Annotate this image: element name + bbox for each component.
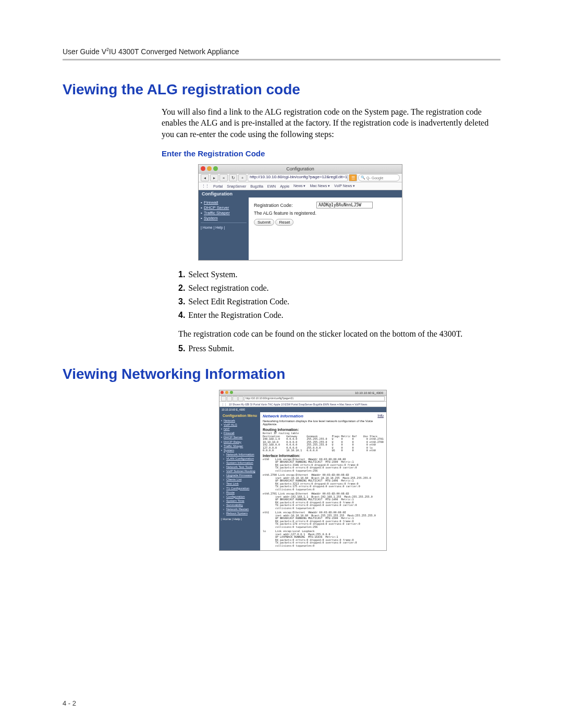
sidebar-subitem[interactable]: VoIP Subnet Routing	[221, 469, 259, 473]
sidebar-nav: Firewall DHCP Server Traffic Shaper Syst…	[199, 198, 249, 260]
back-button[interactable]	[221, 396, 226, 401]
sidebar-subitem[interactable]: Survivability	[221, 503, 259, 507]
sidebar-subitem[interactable]: Configuration	[221, 495, 259, 499]
sidebar-subitem[interactable]: VLAN Configuration	[221, 456, 259, 461]
page-header: User Guide V2IU 4300T Converged Network …	[63, 47, 500, 60]
reload-button[interactable]: ↻	[229, 174, 237, 181]
minimize-icon[interactable]	[207, 166, 212, 171]
iface-heading: Interface Information:	[263, 454, 384, 458]
submit-button[interactable]: Submit	[254, 219, 274, 226]
bookmark-menu-icon[interactable]: ⋮⋮	[202, 184, 209, 188]
sidebar-subitem[interactable]: Reboot System	[221, 511, 259, 515]
sidebar-item[interactable]: VoIP ALG	[221, 423, 259, 427]
sidebar-subitem[interactable]: Network Test Tools	[221, 465, 259, 469]
minimize-icon[interactable]	[225, 391, 228, 394]
close-icon[interactable]	[201, 166, 205, 171]
registration-code-field[interactable]	[316, 202, 373, 208]
forward-button[interactable]	[227, 396, 232, 401]
window-titlebar2: 10.10.10.60 E_4300	[219, 390, 386, 396]
add-button[interactable]: +	[238, 174, 247, 181]
sidebar-item-dhcp[interactable]: DHCP Server	[201, 205, 247, 210]
stop-button[interactable]: ×	[219, 174, 228, 181]
sidebar-subitem[interactable]: Clients List	[221, 477, 259, 482]
url-field2[interactable]: http://10.10.10.60/cgi-bin/config?page=2…	[244, 396, 385, 401]
section-heading-alg: Viewing the ALG registration code	[63, 81, 500, 98]
sidebar-item[interactable]: Firewall	[221, 431, 259, 435]
sidebar-nav2: Configuration Menu Network VoIP ALG NAT …	[219, 412, 260, 550]
reset-button[interactable]: Reset	[275, 219, 293, 226]
iface-eth1: eth1 Link encap:Ethernet HWaddr 00:03:6D…	[263, 511, 384, 528]
network-info-panel: Info Network Information Networking Info…	[260, 412, 386, 550]
step-5: Press Submit.	[188, 344, 234, 353]
back-button[interactable]: ◂	[201, 174, 209, 181]
sidebar-item-firewall[interactable]: Firewall	[201, 200, 247, 205]
bookmarks-bar: ⋮⋮ Portal SnapServer Bugzilla EWN Apple …	[199, 182, 402, 190]
sidebar-item[interactable]: DHCP Server	[221, 435, 259, 439]
procedure-steps: 1.Select System. 2.Select registration c…	[162, 270, 500, 320]
bookmark-item[interactable]: Apple	[280, 184, 289, 188]
sidebar-item[interactable]: NAT	[221, 427, 259, 431]
iface-eth0-2700: eth0.2700 Link encap:Ethernet HWaddr 00:…	[263, 474, 384, 491]
home-help-links[interactable]: | Home | Help |	[201, 226, 225, 229]
routing-table: Kernel IP routing table Destination Gate…	[263, 432, 384, 452]
sidebar-subitem[interactable]: Test Link	[221, 482, 259, 486]
sidebar-subitem[interactable]: System Information	[221, 461, 259, 465]
sidebar-subitem[interactable]: Network Restart	[221, 507, 259, 511]
reload-button[interactable]	[232, 396, 238, 401]
registration-status: The ALG feature is registered.	[254, 211, 397, 216]
section-heading-netinfo: Viewing Networking Information	[63, 366, 500, 382]
add-button[interactable]	[238, 396, 243, 401]
bookmark-item[interactable]: Portal	[213, 184, 223, 188]
step-4-note: The registration code can be found on th…	[178, 328, 500, 340]
bookmark-item[interactable]: News ▾	[293, 184, 305, 188]
zoom-icon[interactable]	[230, 391, 233, 394]
search-field[interactable]: 🔍Q- Google	[358, 174, 400, 181]
step-4: Enter the Registration Code.	[188, 311, 283, 319]
registration-panel: Registration Code: The ALG feature is re…	[249, 198, 402, 260]
window-title2: 10.10.10.60 E_4300	[355, 391, 383, 394]
screenshot-network-info: 10.10.10.60 E_4300 http://10.10.10.60/cg…	[219, 390, 387, 551]
sidebar-item[interactable]: DHCP Relay	[221, 440, 259, 444]
bookmark-item[interactable]: VoIP News ▾	[334, 184, 355, 188]
info-link[interactable]: Info	[377, 414, 384, 417]
registration-code-label: Registration Code:	[254, 203, 316, 208]
window-title: Configuration	[286, 166, 314, 171]
step-2: Select registration code.	[188, 283, 268, 292]
zoom-icon[interactable]	[213, 166, 218, 171]
sidebar-subitem[interactable]: T1 Configuration	[221, 486, 259, 490]
browser-toolbar2: http://10.10.10.60/cgi-bin/config?page=2…	[219, 396, 386, 402]
home-help-links2[interactable]: | Home | Help |	[221, 517, 259, 521]
close-icon[interactable]	[221, 391, 224, 394]
sidebar-item[interactable]: System	[221, 448, 259, 452]
bookmark-menu-icon[interactable]: ⋮⋮	[222, 403, 227, 406]
step-3: Select Edit Registration Code.	[188, 297, 289, 306]
iface-lo: lo Link encap:Local Loopback inet addr:1…	[263, 530, 384, 547]
bookmark-item[interactable]: SnapServer	[227, 184, 246, 188]
network-info-desc: Networking Information displays the low …	[263, 419, 384, 426]
header-sup: 2	[106, 47, 109, 52]
screenshot-registration: Configuration ◂ ▸ × ↻ + http://10.10.10.…	[198, 164, 402, 261]
iface-eth0-2701: eth0.2701 Link encap:Ethernet HWaddr 00:…	[263, 492, 384, 510]
sidebar-subitem[interactable]: Route	[221, 490, 259, 495]
section1-paragraph: You will also find a link to the ALG reg…	[162, 106, 500, 140]
rss-button[interactable]: ☰	[349, 174, 357, 181]
bookmark-item[interactable]: EWN	[267, 184, 276, 188]
bookmark-item[interactable]: Mac News ▾	[310, 184, 330, 188]
sidebar-item-traffic[interactable]: Traffic Shaper	[201, 211, 247, 215]
sidebar-item-system[interactable]: System	[201, 216, 247, 220]
sidebar-subitem[interactable]: System Time	[221, 499, 259, 503]
subheading-enter-code: Enter the Registration Code	[162, 149, 500, 158]
sidebar-subitem[interactable]: Upgrade Firmware	[221, 473, 259, 477]
sidebar-item[interactable]: Traffic Shaper	[221, 444, 259, 448]
host-row: 10.10.10.60 E_4300	[219, 407, 386, 412]
sidebar-subitem[interactable]: Network Information	[221, 452, 259, 456]
browser-toolbar: ◂ ▸ × ↻ + http://10.10.10.60/cgi-bin/con…	[199, 174, 402, 182]
config-menu-title: Configuration Menu	[221, 414, 259, 417]
window-titlebar: Configuration	[199, 165, 402, 174]
iface-eth0: eth0 Link encap:Ethernet HWaddr 00:03:6D…	[263, 458, 384, 473]
bookmark-items[interactable]: 10 Shows My EBI SI Portal Vonix TAC Appl…	[229, 403, 368, 406]
url-field[interactable]: http://10.10.10.60/cgi-bin/config?page=1…	[248, 174, 348, 181]
sidebar-item[interactable]: Network	[221, 418, 259, 423]
bookmark-item[interactable]: Bugzilla	[250, 184, 263, 188]
forward-button[interactable]: ▸	[210, 174, 218, 181]
